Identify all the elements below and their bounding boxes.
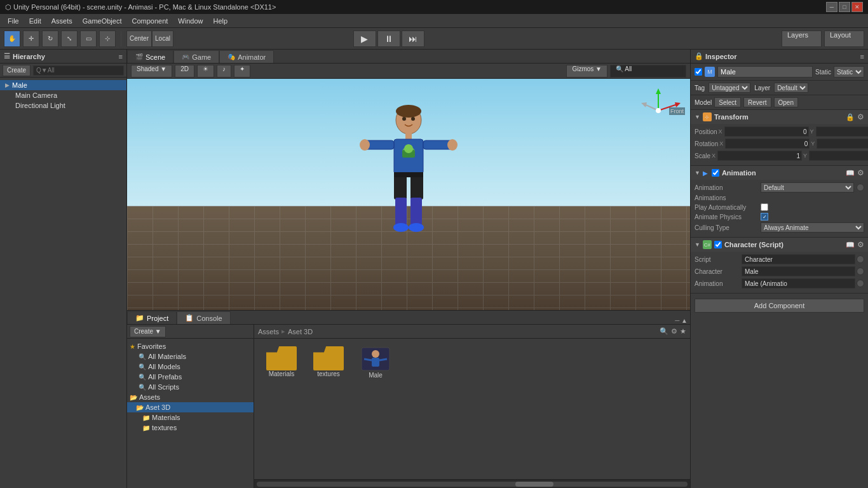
script-book-icon[interactable]: 📖 — [846, 241, 855, 249]
all-materials-item[interactable]: 🔍 All Materials — [127, 351, 254, 362]
content-star-icon[interactable]: ★ — [680, 327, 686, 336]
scale-tool-button[interactable]: ⤡ — [61, 30, 78, 47]
animate-physics-checkbox[interactable]: ✓ — [761, 213, 768, 220]
hierarchy-collapse-icon[interactable]: ≡ — [119, 53, 123, 60]
add-component-button[interactable]: Add Component — [695, 299, 864, 313]
hierarchy-item-main-camera[interactable]: Main Camera — [0, 90, 126, 100]
scene-search[interactable]: 🔍 All — [610, 65, 686, 78]
pos-y-input[interactable] — [816, 126, 868, 137]
rot-x-input[interactable] — [725, 139, 810, 149]
anim-script-circle[interactable] — [857, 280, 864, 287]
hierarchy-item-male[interactable]: ▶ Male — [0, 80, 126, 90]
layout-dropdown[interactable]: Layout — [824, 30, 864, 47]
audio-button[interactable]: ♪ — [217, 65, 231, 78]
textures-asset-item[interactable]: textures — [306, 344, 351, 381]
rot-y-input[interactable] — [817, 139, 868, 149]
scale-x-input[interactable] — [717, 151, 802, 161]
gizmos-dropdown[interactable]: Gizmos ▼ — [566, 65, 607, 78]
bottom-panel-collapse[interactable]: ─ ▲ — [675, 317, 688, 324]
anim-book-icon[interactable]: 📖 — [846, 169, 855, 177]
menu-window[interactable]: Window — [173, 16, 208, 26]
breadcrumb-assets[interactable]: Assets — [258, 328, 279, 336]
menu-component[interactable]: Component — [126, 16, 173, 26]
lighting-button[interactable]: ☀ — [197, 65, 214, 78]
script-enabled-checkbox[interactable] — [714, 241, 722, 248]
hierarchy-search-input[interactable] — [33, 65, 124, 76]
all-models-item[interactable]: 🔍 All Models — [127, 362, 254, 372]
character-value-circle[interactable] — [857, 268, 864, 275]
favorites-group[interactable]: ★ Favorites — [127, 341, 254, 351]
anim-enabled-checkbox[interactable] — [712, 169, 719, 177]
move-tool-button[interactable]: ✛ — [23, 30, 39, 47]
animation-clip-select[interactable]: Default — [761, 182, 854, 193]
project-tab[interactable]: 📁 Project — [127, 311, 177, 324]
script-value-input[interactable] — [742, 254, 855, 264]
materials-tree-item[interactable]: 📁 Materials — [127, 412, 254, 423]
materials-asset-item[interactable]: Materials — [259, 344, 304, 381]
scene-canvas[interactable]: Front — [127, 79, 690, 310]
project-create-button[interactable]: Create ▼ — [130, 326, 166, 337]
hierarchy-item-directional-light[interactable]: Directional Light — [0, 100, 126, 111]
male-asset-item[interactable]: Male — [353, 344, 398, 381]
transform-tool-button[interactable]: ⊹ — [99, 30, 116, 47]
rect-tool-button[interactable]: ▭ — [80, 30, 97, 47]
hierarchy-create-button[interactable]: Create — [3, 65, 31, 76]
animation-header[interactable]: ▼ ▶ Animation 📖 ⚙ — [691, 166, 868, 180]
content-search-icon[interactable]: 🔍 — [660, 327, 668, 336]
character-value-input[interactable] — [742, 266, 855, 276]
menu-file[interactable]: File — [3, 16, 24, 26]
script-value-circle[interactable] — [857, 255, 864, 263]
anim-clip-circle[interactable] — [857, 184, 864, 191]
script-gear-icon[interactable]: ⚙ — [857, 240, 864, 249]
play-auto-checkbox[interactable] — [761, 203, 768, 211]
minimize-button[interactable]: ─ — [826, 2, 837, 12]
menu-assets[interactable]: Assets — [46, 16, 78, 26]
hand-tool-button[interactable]: ✋ — [4, 30, 20, 47]
center-button[interactable]: Center — [126, 30, 152, 47]
2d-button[interactable]: 2D — [175, 65, 194, 78]
pos-x-input[interactable] — [724, 126, 809, 137]
effects-button[interactable]: ✦ — [234, 65, 250, 78]
animator-tab[interactable]: 🎭 Animator — [219, 50, 274, 63]
menu-edit[interactable]: Edit — [24, 16, 46, 26]
culling-select[interactable]: Always Animate — [761, 222, 864, 233]
close-button[interactable]: ✕ — [851, 2, 863, 12]
local-button[interactable]: Local — [152, 30, 173, 47]
maximize-button[interactable]: □ — [839, 2, 850, 12]
scroll-thumb[interactable] — [515, 482, 553, 487]
object-active-checkbox[interactable] — [695, 68, 702, 76]
tag-select[interactable]: Untagged — [709, 83, 750, 93]
scene-tab[interactable]: 🎬 Scene — [127, 50, 173, 63]
content-settings-icon[interactable]: ⚙ — [671, 327, 677, 336]
inspector-collapse[interactable]: ≡ — [860, 53, 864, 60]
all-prefabs-item[interactable]: 🔍 All Prefabs — [127, 372, 254, 382]
layers-dropdown[interactable]: Layers — [782, 30, 822, 47]
breadcrumb-aset3d[interactable]: Aset 3D — [288, 328, 313, 336]
revert-button[interactable]: Revert — [743, 97, 771, 107]
scroll-track[interactable] — [257, 482, 688, 487]
select-button[interactable]: Select — [714, 97, 741, 107]
layer-select[interactable]: Default — [774, 83, 808, 93]
transform-gear-icon[interactable]: ⚙ — [857, 112, 864, 121]
aset3d-item[interactable]: 📂 Aset 3D — [127, 402, 254, 412]
anim-gear-icon[interactable]: ⚙ — [857, 168, 864, 177]
step-button[interactable]: ⏭ — [402, 30, 424, 47]
play-button[interactable]: ▶ — [353, 30, 376, 47]
all-scripts-item[interactable]: 🔍 All Scripts — [127, 382, 254, 392]
transform-lock-icon[interactable]: 🔒 — [846, 113, 855, 121]
textures-tree-item[interactable]: 📁 textures — [127, 423, 254, 433]
game-tab[interactable]: 🎮 Game — [173, 50, 219, 63]
assets-root-item[interactable]: 📂 Assets — [127, 392, 254, 402]
shaded-dropdown[interactable]: Shaded ▼ — [131, 65, 172, 78]
scale-y-input[interactable] — [809, 151, 868, 161]
static-dropdown[interactable]: Static — [834, 66, 864, 78]
pause-button[interactable]: ⏸ — [377, 30, 400, 47]
menu-help[interactable]: Help — [208, 16, 233, 26]
console-tab[interactable]: 📋 Console — [177, 311, 230, 324]
rotate-tool-button[interactable]: ↻ — [42, 30, 58, 47]
character-script-header[interactable]: ▼ C# Character (Script) 📖 ⚙ — [691, 238, 868, 252]
transform-header[interactable]: ▼ ⊹ Transform 🔒 ⚙ — [691, 110, 868, 124]
menu-gameobject[interactable]: GameObject — [78, 16, 127, 26]
open-button[interactable]: Open — [774, 97, 798, 107]
anim-script-value-input[interactable] — [742, 278, 855, 288]
